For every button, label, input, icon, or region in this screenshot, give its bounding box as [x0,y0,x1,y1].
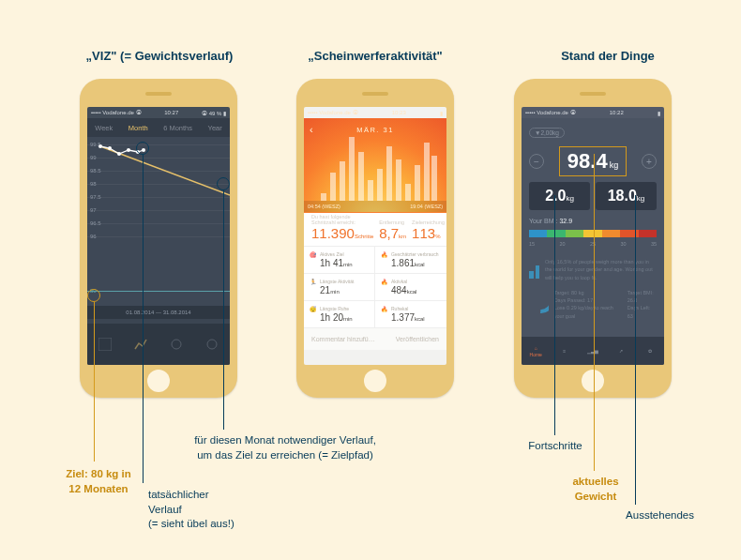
ann-remaining: Ausstehendes [600,508,694,523]
title-activity: „Scheinwerferaktivität" [281,49,469,63]
plus-button[interactable]: + [642,154,657,169]
phone-status: ••••• Vodafone.de ⦿ 10:22 ▮ ▼2,00kg − 98… [514,79,672,398]
line-current [594,154,595,471]
svg-point-8 [172,340,181,349]
line-actual [143,155,144,483]
weight-chart[interactable]: 99.5 99 98.5 98 97.5 97 96.5 96 80 [87,137,230,306]
title-status: Stand der Dinge [514,49,702,63]
publish-row[interactable]: Kommentar hinzufü… Veröffentlichen [304,327,446,350]
minus-button[interactable]: − [529,154,544,169]
bmi-label: Your BMI: 32.9 [529,218,657,224]
line-path [223,190,224,430]
phone-viz: ••••• Vodafone.de ⦿ 10:27 ⦿ 49 % ▮ Week … [80,79,237,398]
svg-rect-11 [536,265,539,279]
title-viz: „VIZ" (= Gewichtsverlauf) [66,49,253,63]
ann-current: aktuelles Gewicht [563,475,628,504]
screen-viz: ••••• Vodafone.de ⦿ 10:27 ⦿ 49 % ▮ Week … [87,107,230,365]
line-goal [94,302,95,462]
svg-point-2 [108,146,112,150]
publish-button[interactable]: Veröffentlichen [396,336,439,342]
list-icon: ≡ [563,348,566,354]
phone-activity: ••••• Vodafone.de ⦿ 10:23 ▮ ‹ MÄR. 31 04… [296,79,454,398]
info-target-right: Target BMI: 26.8 Days Left: 63 [628,289,657,320]
bottom-nav-viz[interactable] [87,324,230,365]
gear-icon: ✿ [648,348,652,354]
line-remaining [635,195,636,505]
date-range: 01.08.2014 — 31.08.2014 [87,306,230,319]
ios-statusbar: ••••• Vodafone.de ⦿ 10:27 ⦿ 49 % ▮ [87,107,230,118]
screen-status: ••••• Vodafone.de ⦿ 10:22 ▮ ▼2,00kg − 98… [522,107,664,365]
comment-input[interactable]: Kommentar hinzufü… [311,336,375,342]
svg-point-1 [98,144,102,148]
remaining-card: 18.0kg [596,182,657,210]
pie-icon [529,289,549,313]
bar-icon [529,258,539,279]
hero-date: MÄR. 31 [304,126,446,134]
home-button[interactable] [582,370,604,392]
marker-path [217,177,230,190]
nav-item[interactable]: ↗ [607,337,635,365]
bottom-nav-status[interactable]: ⌂Home ≡ ▁▃▅ ↗ ✿ [522,337,664,365]
info-target-left: Target: 80 kg Days Passed: 17 Lose 0.29 … [554,289,618,320]
marker-goal [87,289,100,302]
svg-point-4 [127,148,130,152]
svg-point-14 [531,291,549,311]
svg-point-9 [207,340,217,349]
line-progress [554,195,555,435]
screen-activity: ••••• Vodafone.de ⦿ 10:23 ▮ ‹ MÄR. 31 04… [304,107,446,365]
bmi-ticks: 1520253035 [529,241,657,247]
home-icon: ⌂ [535,345,537,351]
activity-metrics: 🎯Aktives Ziel1h 41min 🔥Geschätzter verbr… [304,246,446,327]
home-button[interactable] [147,370,170,392]
growth-icon: ↗ [619,348,623,354]
marker-actual [136,142,149,155]
current-weight-box[interactable]: 98.4kg [559,146,627,176]
ann-progress: Fortschritte [518,439,593,454]
home-button[interactable] [364,370,386,392]
nav-item[interactable]: ✿ [636,337,664,365]
activity-hero: ‹ MÄR. 31 04:54 (WESZ)19:04 (WESZ) [304,118,446,212]
nav-home[interactable]: ⌂Home [522,337,550,365]
svg-rect-7 [98,338,112,351]
svg-point-3 [117,152,121,156]
info-population: Only 16,5% of people weigh more than you… [545,258,657,281]
activity-summary: Du hast folgende Schrittzahl erreicht:11… [304,212,446,246]
progress-card: 2.0kg [529,182,590,210]
ios-statusbar: ••••• Vodafone.de ⦿ 10:23 ▮ [304,107,446,118]
bmi-scale [529,230,657,237]
prev-diff-badge: ▼2,00kg [529,128,565,138]
svg-rect-10 [529,271,534,279]
ann-actual: tatsächlicher Verlauf (= sieht übel aus!… [103,488,244,532]
ann-path: für diesen Monat notwendiger Verlauf, um… [173,433,398,462]
time-range-tabs[interactable]: Week Month 6 Months Year [87,118,230,137]
ios-statusbar: ••••• Vodafone.de ⦿ 10:22 ▮ [522,107,664,118]
weight-input-row: − 98.4kg + [529,146,657,176]
